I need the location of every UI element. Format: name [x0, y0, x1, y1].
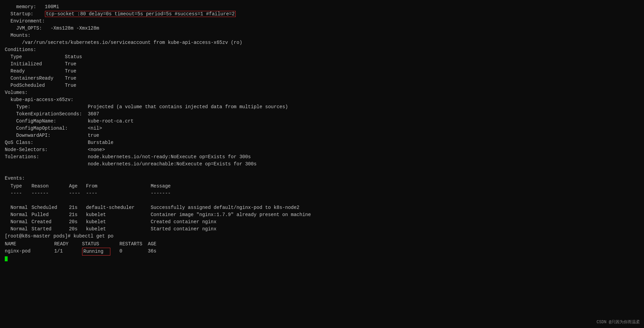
events-row-started: Normal Started 20s kubelet Started conta…	[5, 226, 639, 233]
line-volume-type: Type: Projected (a volume that contains …	[5, 103, 639, 111]
po-col-ready-header: READY	[46, 241, 76, 248]
po-table: NAME READY STATUS RESTARTS AGE nginx-pod…	[5, 241, 639, 256]
event-type-2: Normal	[5, 211, 29, 218]
prompt-cursor: █	[5, 256, 7, 262]
po-header-row: NAME READY STATUS RESTARTS AGE	[5, 241, 639, 248]
line-memory: memory: 100Mi	[5, 3, 639, 11]
line-jvm-opts: JVM_OPTS: -Xms128m -Xmx128m	[5, 25, 639, 32]
line-command: [root@k8s-master pods]# kubectl get po	[5, 233, 639, 240]
line-ready: Ready True	[5, 68, 639, 75]
line-mounts-value: /var/run/secrets/kubernetes.io/serviceac…	[5, 39, 639, 46]
event-age-1: 21s	[66, 204, 83, 211]
events-sep-msg: -------	[148, 190, 639, 197]
line-qos-class: QoS Class: Burstable	[5, 139, 639, 146]
events-separator-row: ---- ------ ---- ---- -------	[5, 190, 639, 197]
event-reason-3: Created	[29, 218, 66, 226]
event-from-2: kubelet	[83, 211, 148, 218]
line-node-selectors: Node-Selectors: <none>	[5, 146, 639, 153]
events-sep-from: ----	[83, 190, 148, 197]
event-msg-4: Started container nginx	[148, 226, 639, 233]
events-row-pulled: Normal Pulled 21s kubelet Container imag…	[5, 211, 639, 218]
po-col-age-header: AGE	[148, 241, 168, 248]
line-configmap-name: ConfigMapName: kube-root-ca.crt	[5, 118, 639, 125]
po-status-nginx: Running	[76, 248, 114, 256]
line-initialized: Initialized True	[5, 61, 639, 68]
events-row-scheduled: Normal Scheduled 21s default-scheduler S…	[5, 204, 639, 211]
events-sep-age: ----	[66, 190, 83, 197]
event-age-3: 20s	[66, 218, 83, 226]
line-downward-api: DownwardAPI: true	[5, 132, 639, 139]
line-tolerations-1: Tolerations: node.kubernetes.io/not-read…	[5, 153, 639, 161]
line-pod-scheduled: PodScheduled True	[5, 82, 639, 89]
event-type-3: Normal	[5, 218, 29, 226]
events-table: Type Reason Age From Message ---- ------…	[5, 183, 639, 233]
line-volumes-label: Volumes:	[5, 89, 639, 96]
event-msg-2: Container image "nginx:1.7.9" already pr…	[148, 211, 639, 218]
event-msg-1: Successfully assigned default/nginx-pod …	[148, 204, 639, 211]
line-startup: Startup: tcp-socket :80 delay=0s timeout…	[5, 11, 639, 18]
pod-status-box: Running	[82, 248, 111, 256]
line-conditions-header: Type Status	[5, 53, 639, 61]
line-events-label: Events:	[5, 175, 639, 182]
po-col-name-header: NAME	[5, 241, 46, 248]
po-name-nginx: nginx-pod	[5, 248, 46, 256]
events-col-type-header: Type	[5, 183, 29, 190]
line-tolerations-2: node.kubernetes.io/unreachable:NoExecute…	[5, 161, 639, 168]
event-from-4: kubelet	[83, 226, 148, 233]
events-sep-reason: ------	[29, 190, 66, 197]
watermark: CSDN @只因为你而温柔	[597, 319, 640, 325]
event-reason-2: Pulled	[29, 211, 66, 218]
po-col-status-header: STATUS	[76, 241, 114, 248]
line-volume-name: kube-api-access-x65zv:	[5, 96, 639, 103]
line-environment-label: Environment:	[5, 18, 639, 25]
event-from-1: default-scheduler	[83, 204, 148, 211]
events-header-row: Type Reason Age From Message	[5, 183, 639, 190]
line-mounts-label: Mounts:	[5, 32, 639, 39]
line-blank	[5, 168, 639, 175]
po-ready-nginx: 1/1	[46, 248, 76, 256]
line-token-expiration: TokenExpirationSeconds: 3607	[5, 111, 639, 118]
line-configmap-optional: ConfigMapOptional: <nil>	[5, 125, 639, 132]
event-reason-4: Started	[29, 226, 66, 233]
events-col-from-header: From	[83, 183, 148, 190]
event-msg-3: Created container nginx	[148, 218, 639, 226]
line-conditions-label: Conditions:	[5, 46, 639, 53]
events-col-msg-header: Message	[148, 183, 639, 190]
po-restarts-nginx: 0	[114, 248, 148, 256]
events-col-reason-header: Reason	[29, 183, 66, 190]
po-data-row-nginx: nginx-pod 1/1 Running 0 36s	[5, 248, 639, 256]
events-row-created: Normal Created 20s kubelet Created conta…	[5, 218, 639, 226]
event-type-4: Normal	[5, 226, 29, 233]
events-col-age-header: Age	[66, 183, 83, 190]
event-age-4: 20s	[66, 226, 83, 233]
event-from-3: kubelet	[83, 218, 148, 226]
line-containers-ready: ContainersReady True	[5, 75, 639, 82]
event-reason-1: Scheduled	[29, 204, 66, 211]
line-blank2	[5, 197, 639, 204]
po-col-restarts-header: RESTARTS	[114, 241, 148, 248]
po-age-nginx: 36s	[148, 248, 168, 256]
startup-value: tcp-socket :80 delay=0s timeout=5s perio…	[45, 11, 236, 17]
event-age-2: 21s	[66, 211, 83, 218]
line-prompt-next: █	[5, 256, 639, 263]
events-sep-type: ----	[5, 190, 29, 197]
event-type-1: Normal	[5, 204, 29, 211]
terminal: memory: 100Mi Startup: tcp-socket :80 de…	[5, 3, 639, 263]
